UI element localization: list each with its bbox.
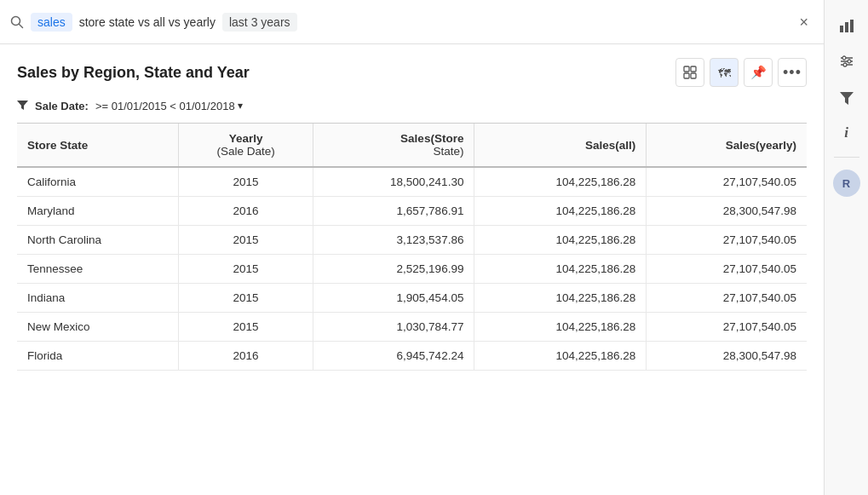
- filter-arrow-icon: ▾: [238, 100, 243, 112]
- info-button[interactable]: i: [831, 118, 862, 148]
- filter-dropdown[interactable]: >= 01/01/2015 < 01/01/2018 ▾: [95, 100, 243, 112]
- svg-rect-2: [684, 66, 689, 72]
- svg-rect-3: [691, 66, 696, 72]
- cell-sales-store: 1,030,784.77: [313, 313, 474, 342]
- cell-sales-yearly: 27,107,540.05: [647, 255, 807, 284]
- cell-sales-store: 1,657,786.91: [313, 197, 474, 226]
- panel-title: Sales by Region, State and Year: [17, 64, 250, 82]
- search-chip-sales[interactable]: sales: [31, 13, 72, 32]
- cell-yearly: 2016: [178, 197, 313, 226]
- filter-row: Sale Date: >= 01/01/2015 < 01/01/2018 ▾: [17, 99, 807, 112]
- cell-sales-yearly: 27,107,540.05: [647, 284, 807, 313]
- svg-rect-5: [691, 73, 696, 78]
- cell-sales-yearly: 27,107,540.05: [647, 313, 807, 342]
- user-avatar-button[interactable]: R: [833, 170, 860, 197]
- cell-yearly: 2015: [178, 226, 313, 255]
- cell-yearly: 2015: [178, 284, 313, 313]
- svg-marker-6: [17, 101, 28, 110]
- cell-sales-all: 104,225,186.28: [474, 342, 647, 371]
- col-header-sales-store: Sales(StoreState): [313, 124, 474, 167]
- table-header-row: Store State Yearly(Sale Date) Sales(Stor…: [17, 124, 807, 167]
- cell-sales-all: 104,225,186.28: [474, 197, 647, 226]
- more-options-button[interactable]: •••: [778, 58, 807, 87]
- svg-rect-9: [850, 20, 854, 32]
- pin-button[interactable]: 📌: [744, 58, 773, 87]
- filter-label: Sale Date:: [35, 100, 89, 112]
- table-row: California 2015 18,500,241.30 104,225,18…: [17, 167, 807, 197]
- cell-store-state: Maryland: [17, 197, 178, 226]
- avatar-letter: R: [842, 177, 850, 190]
- cell-sales-yearly: 28,300,547.98: [647, 197, 807, 226]
- cell-yearly: 2015: [178, 313, 313, 342]
- cell-store-state: New Mexico: [17, 313, 178, 342]
- cell-sales-yearly: 28,300,547.98: [647, 342, 807, 371]
- cell-sales-all: 104,225,186.28: [474, 313, 647, 342]
- svg-point-13: [842, 56, 846, 60]
- cell-sales-store: 1,905,454.05: [313, 284, 474, 313]
- table-row: Maryland 2016 1,657,786.91 104,225,186.2…: [17, 197, 807, 226]
- search-icon: [10, 15, 24, 29]
- cell-sales-all: 104,225,186.28: [474, 284, 647, 313]
- svg-marker-16: [840, 92, 854, 105]
- search-bar: sales store state vs all vs yearly last …: [0, 0, 824, 44]
- filter-sidebar-button[interactable]: [831, 82, 862, 112]
- svg-rect-7: [840, 26, 843, 32]
- table-body: California 2015 18,500,241.30 104,225,18…: [17, 167, 807, 371]
- search-close-button[interactable]: ×: [794, 13, 813, 32]
- bar-chart-button[interactable]: [831, 10, 862, 41]
- cell-store-state: Florida: [17, 342, 178, 371]
- cell-sales-store: 18,500,241.30: [313, 167, 474, 197]
- info-icon: i: [844, 124, 848, 141]
- table-row: Tennessee 2015 2,525,196.99 104,225,186.…: [17, 255, 807, 284]
- search-text-middle: store state vs all vs yearly: [79, 15, 216, 29]
- cell-sales-all: 104,225,186.28: [474, 255, 647, 284]
- cell-sales-all: 104,225,186.28: [474, 167, 647, 197]
- panel-header: Sales by Region, State and Year 🗺 📌: [17, 58, 807, 87]
- svg-line-1: [20, 24, 23, 27]
- panel-area: Sales by Region, State and Year 🗺 📌: [0, 44, 824, 495]
- cell-yearly: 2015: [178, 167, 313, 197]
- svg-rect-4: [684, 73, 689, 78]
- filter-value: >= 01/01/2015 < 01/01/2018: [95, 100, 235, 112]
- cell-sales-store: 2,525,196.99: [313, 255, 474, 284]
- cell-store-state: North Carolina: [17, 226, 178, 255]
- col-header-sales-yearly: Sales(yearly): [647, 124, 807, 167]
- cell-sales-yearly: 27,107,540.05: [647, 226, 807, 255]
- more-icon: •••: [783, 64, 802, 82]
- cell-sales-store: 6,945,742.24: [313, 342, 474, 371]
- table-row: Florida 2016 6,945,742.24 104,225,186.28…: [17, 342, 807, 371]
- sidebar-divider: [834, 157, 859, 158]
- cell-yearly: 2016: [178, 342, 313, 371]
- cell-yearly: 2015: [178, 255, 313, 284]
- cell-store-state: Tennessee: [17, 255, 178, 284]
- svg-rect-8: [845, 22, 848, 32]
- table-row: New Mexico 2015 1,030,784.77 104,225,186…: [17, 313, 807, 342]
- cell-sales-all: 104,225,186.28: [474, 226, 647, 255]
- cell-store-state: California: [17, 167, 178, 197]
- map-view-button[interactable]: 🗺: [710, 58, 739, 87]
- settings-button[interactable]: [831, 46, 862, 77]
- cell-store-state: Indiana: [17, 284, 178, 313]
- table-row: Indiana 2015 1,905,454.05 104,225,186.28…: [17, 284, 807, 313]
- data-table-wrap[interactable]: Store State Yearly(Sale Date) Sales(Stor…: [17, 123, 807, 495]
- pin-icon: 📌: [750, 65, 767, 80]
- panel-actions: 🗺 📌 •••: [675, 58, 807, 87]
- filter-icon: [17, 99, 28, 112]
- data-table: Store State Yearly(Sale Date) Sales(Stor…: [17, 124, 807, 371]
- cell-sales-store: 3,123,537.86: [313, 226, 474, 255]
- search-chip-years[interactable]: last 3 years: [222, 13, 297, 32]
- table-row: North Carolina 2015 3,123,537.86 104,225…: [17, 226, 807, 255]
- svg-point-14: [848, 60, 851, 63]
- svg-point-15: [843, 63, 847, 66]
- right-sidebar: i R: [824, 0, 868, 495]
- map-icon: 🗺: [718, 66, 731, 80]
- col-header-store-state: Store State: [17, 124, 178, 167]
- col-header-sales-all: Sales(all): [474, 124, 647, 167]
- col-header-yearly: Yearly(Sale Date): [178, 124, 313, 167]
- table-view-button[interactable]: [675, 58, 704, 87]
- cell-sales-yearly: 27,107,540.05: [647, 167, 807, 197]
